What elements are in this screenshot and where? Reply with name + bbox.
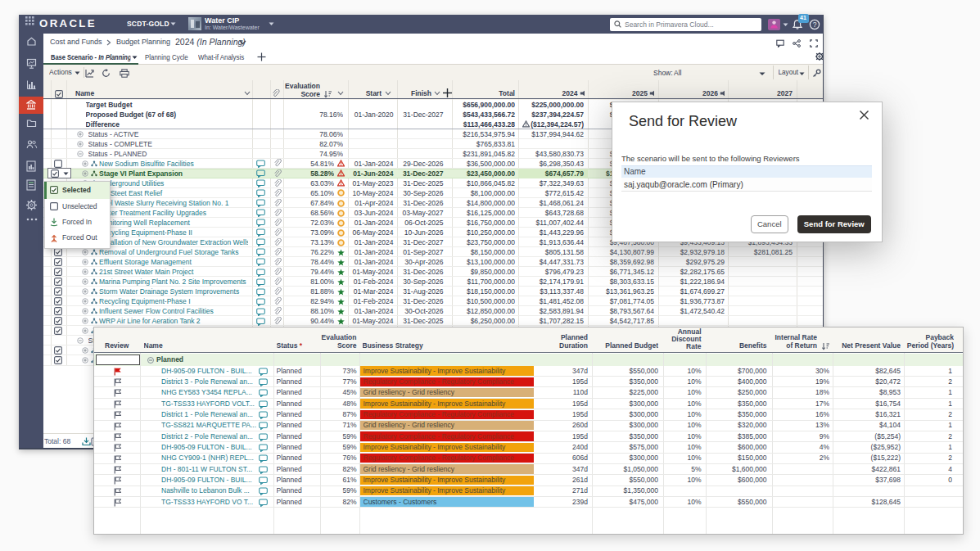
svg-text:?: ? [813, 20, 817, 29]
